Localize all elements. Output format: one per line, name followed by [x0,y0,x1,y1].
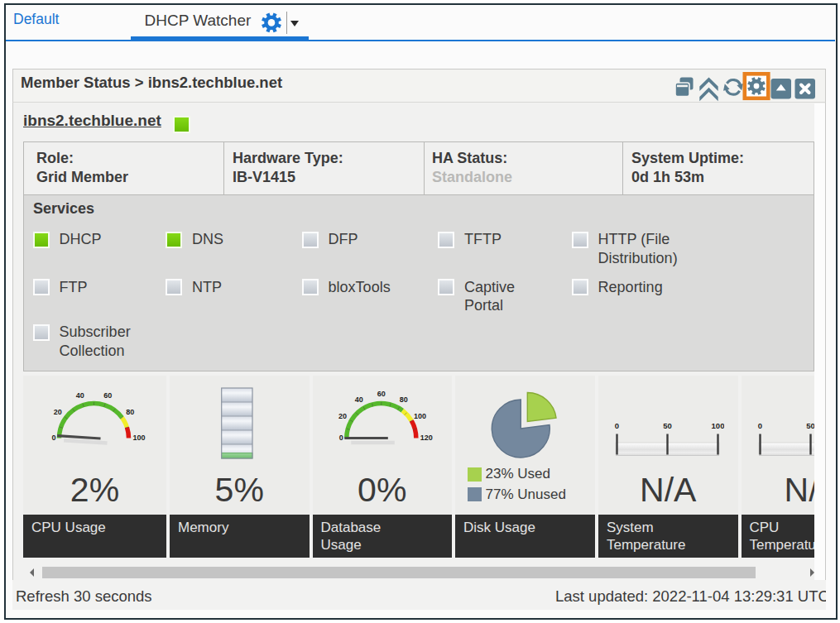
svg-text:0: 0 [339,434,343,442]
svg-text:40: 40 [355,395,363,404]
svg-text:120: 120 [420,434,433,442]
svg-text:60: 60 [377,390,386,398]
svg-text:100: 100 [133,434,146,442]
svg-text:60: 60 [103,391,112,400]
svg-text:100: 100 [712,421,724,430]
svg-text:20: 20 [338,412,347,420]
svg-text:50: 50 [663,421,672,430]
svg-text:80: 80 [126,408,134,416]
svg-text:80: 80 [400,395,408,404]
svg-text:40: 40 [76,391,84,400]
svg-text:0: 0 [758,421,762,430]
svg-text:0: 0 [51,434,55,442]
svg-text:20: 20 [54,408,62,416]
svg-text:50: 50 [806,421,814,430]
svg-text:0: 0 [615,421,619,430]
svg-text:100: 100 [414,412,426,420]
